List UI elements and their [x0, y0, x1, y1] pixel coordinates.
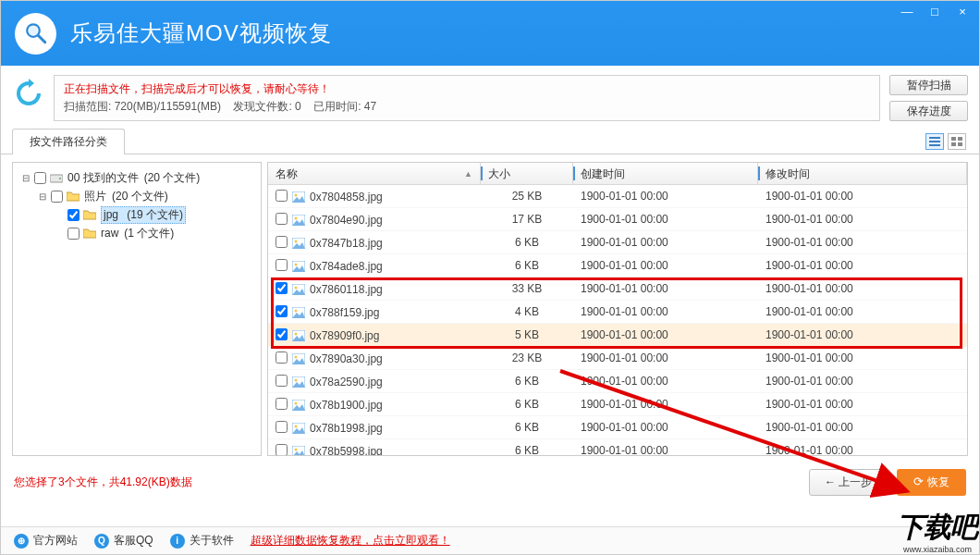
prev-step-button[interactable]: ← 上一步: [809, 469, 888, 496]
table-row[interactable]: 0x78b1900.jpg6 KB1900-01-01 00:001900-01…: [268, 393, 967, 416]
tutorial-link[interactable]: 超级详细数据恢复教程，点击立即观看！: [251, 533, 450, 549]
table-row[interactable]: 0x78b5998.jpg6 KB1900-01-01 00:001900-01…: [268, 439, 967, 455]
file-created: 1900-01-01 00:00: [573, 328, 758, 341]
footer: ⊕ 官方网站 Q 客服QQ i 关于软件 超级详细数据恢复教程，点击立即观看！: [1, 526, 979, 554]
svg-point-34: [295, 426, 298, 428]
row-checkbox[interactable]: [276, 375, 288, 387]
tree-pane[interactable]: ⊟ 00 找到的文件 (20 个文件) ⊟ 照片 (20 个文件) jpg (1…: [12, 162, 262, 456]
qq-icon: Q: [94, 534, 109, 549]
table-row[interactable]: 0x7804858.jpg25 KB1900-01-01 00:001900-0…: [268, 185, 967, 208]
close-button[interactable]: ×: [949, 1, 976, 21]
minimize-button[interactable]: —: [893, 1, 921, 21]
scan-status-text: 正在扫描文件，扫描完成后才可以恢复，请耐心等待！: [64, 81, 870, 97]
svg-rect-4: [929, 137, 940, 139]
svg-point-26: [295, 333, 298, 336]
expand-icon[interactable]: ⊟: [37, 191, 48, 202]
scan-detail-text: 扫描范围: 720(MB)/115591(MB) 发现文件数: 0 已用时间: …: [64, 99, 870, 115]
save-progress-button[interactable]: 保存进度: [889, 101, 968, 121]
row-checkbox[interactable]: [276, 282, 288, 294]
row-checkbox[interactable]: [276, 190, 288, 202]
view-grid-button[interactable]: [948, 133, 966, 150]
drive-icon: [49, 171, 64, 184]
view-toggles: [925, 133, 966, 150]
official-site-link[interactable]: ⊕ 官方网站: [14, 533, 78, 549]
file-created: 1900-01-01 00:00: [573, 421, 758, 434]
row-checkbox[interactable]: [276, 352, 288, 364]
view-list-button[interactable]: [925, 133, 944, 150]
pause-scan-button[interactable]: 暂停扫描: [889, 75, 968, 95]
file-size: 4 KB: [481, 305, 573, 318]
file-modified: 1900-01-01 00:00: [758, 190, 967, 203]
table-row[interactable]: 0x7847b18.jpg6 KB1900-01-01 00:001900-01…: [268, 231, 967, 254]
image-file-icon: [291, 399, 306, 412]
list-body[interactable]: 0x7804858.jpg25 KB1900-01-01 00:001900-0…: [268, 185, 967, 455]
table-row[interactable]: 0x784ade8.jpg6 KB1900-01-01 00:001900-01…: [268, 254, 967, 278]
row-checkbox[interactable]: [276, 305, 288, 317]
title-bar: 乐易佳大疆MOV视频恢复 — □ ×: [1, 1, 979, 66]
file-name: 0x78b1900.jpg: [310, 399, 383, 412]
svg-point-36: [295, 449, 298, 451]
file-created: 1900-01-01 00:00: [573, 444, 758, 455]
file-modified: 1900-01-01 00:00: [758, 375, 967, 388]
file-size: 23 KB: [481, 352, 573, 364]
svg-rect-10: [958, 142, 962, 146]
expand-icon[interactable]: ⊟: [20, 173, 31, 183]
file-name: 0x78b1998.jpg: [310, 422, 383, 435]
image-file-icon: [291, 214, 306, 227]
row-checkbox[interactable]: [276, 444, 288, 455]
col-name[interactable]: 名称▲: [268, 163, 481, 184]
table-row[interactable]: 0x788f159.jpg4 KB1900-01-01 00:001900-01…: [268, 301, 967, 324]
file-name: 0x7860118.jpg: [310, 283, 383, 296]
row-checkbox[interactable]: [276, 328, 288, 340]
tree-jpg-label: jpg: [104, 208, 118, 221]
tree-raw[interactable]: raw (1 个文件): [17, 224, 257, 242]
found-label: 发现文件数:: [233, 100, 291, 113]
image-file-icon: [291, 237, 306, 250]
file-size: 25 KB: [481, 190, 573, 203]
image-file-icon: [291, 329, 306, 342]
tab-by-path[interactable]: 按文件路径分类: [12, 129, 125, 154]
row-checkbox[interactable]: [276, 236, 288, 248]
app-logo-icon: [15, 13, 56, 55]
tree-root-checkbox[interactable]: [34, 172, 46, 184]
table-row[interactable]: 0x7890a30.jpg23 KB1900-01-01 00:001900-0…: [268, 347, 967, 370]
tree-jpg-checkbox[interactable]: [67, 209, 80, 221]
row-checkbox[interactable]: [276, 398, 288, 410]
maximize-button[interactable]: □: [921, 1, 949, 21]
row-checkbox[interactable]: [276, 213, 288, 225]
file-name: 0x78b5998.jpg: [310, 445, 383, 455]
action-row: 您选择了3个文件，共41.92(KB)数据 ← 上一步 ⟳ 恢复: [1, 460, 979, 503]
row-checkbox[interactable]: [276, 259, 288, 271]
file-created: 1900-01-01 00:00: [573, 213, 758, 226]
qq-support-link[interactable]: Q 客服QQ: [94, 533, 153, 549]
table-row[interactable]: 0x7804e90.jpg17 KB1900-01-01 00:001900-0…: [268, 208, 967, 231]
tree-photos-checkbox[interactable]: [51, 191, 63, 203]
col-created[interactable]: 创建时间: [573, 163, 758, 184]
file-created: 1900-01-01 00:00: [573, 305, 758, 318]
range-value: 720(MB)/115591(MB): [115, 100, 221, 113]
folder-icon: [82, 227, 97, 240]
svg-point-20: [295, 264, 298, 266]
about-link[interactable]: i 关于软件: [170, 533, 234, 549]
table-row[interactable]: 0x78a2590.jpg6 KB1900-01-01 00:001900-01…: [268, 370, 967, 393]
file-name: 0x788f159.jpg: [310, 306, 379, 319]
col-size[interactable]: 大小: [481, 163, 573, 184]
tab-row: 按文件路径分类: [1, 127, 979, 154]
tree-jpg-count: (19 个文件): [127, 208, 183, 221]
app-title: 乐易佳大疆MOV视频恢复: [70, 18, 332, 48]
recover-button[interactable]: ⟳ 恢复: [897, 469, 966, 496]
found-value: 0: [295, 100, 301, 113]
table-row[interactable]: 0x78909f0.jpg5 KB1900-01-01 00:001900-01…: [268, 324, 967, 347]
tree-jpg[interactable]: jpg (19 个文件): [17, 205, 257, 224]
table-row[interactable]: 0x78b1998.jpg6 KB1900-01-01 00:001900-01…: [268, 416, 967, 439]
tree-root[interactable]: ⊟ 00 找到的文件 (20 个文件): [17, 168, 257, 187]
tree-raw-checkbox[interactable]: [67, 228, 80, 240]
svg-point-16: [295, 217, 298, 220]
time-label: 已用时间:: [313, 100, 361, 113]
col-modified[interactable]: 修改时间: [758, 163, 967, 184]
svg-rect-8: [958, 137, 962, 141]
table-row[interactable]: 0x7860118.jpg33 KB1900-01-01 00:001900-0…: [268, 278, 967, 301]
image-file-icon: [291, 445, 306, 455]
tree-photos[interactable]: ⊟ 照片 (20 个文件): [17, 187, 257, 205]
row-checkbox[interactable]: [276, 421, 288, 433]
